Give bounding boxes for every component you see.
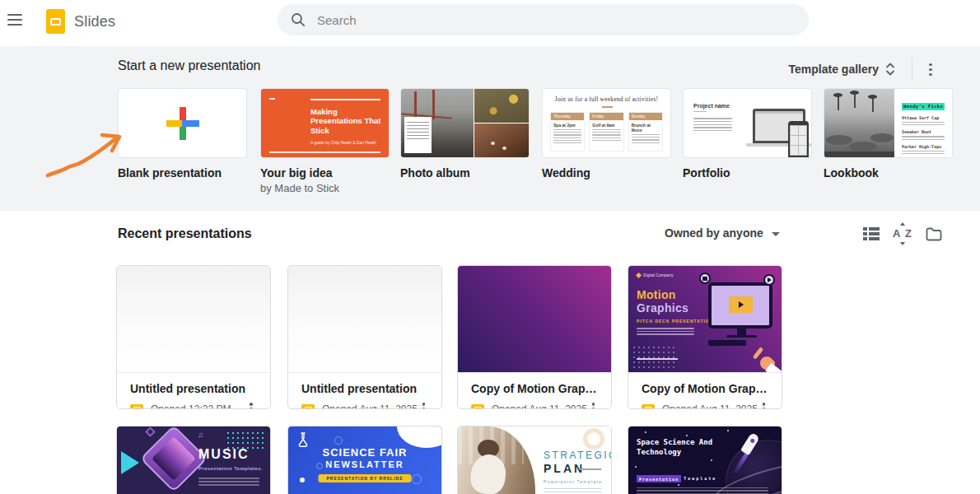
main-menu-icon[interactable] bbox=[7, 14, 22, 26]
recent-card-untitled-2[interactable]: Untitled presentation Opened Aug 11, 202… bbox=[287, 265, 442, 409]
recent-card-motion-graphics-2[interactable]: Digital Company Motion Graphics Pitch De… bbox=[628, 265, 782, 409]
template-your-big-idea[interactable]: Making Presentations That Stick A guide … bbox=[260, 88, 390, 158]
template-label-portfolio[interactable]: Portfolio bbox=[683, 166, 730, 179]
recent-card-science-fair[interactable]: SCIENCE FAIR NEWSLATTER Presentation By … bbox=[287, 426, 442, 494]
slides-home-page: Slides Start a new presentation Template… bbox=[0, 0, 980, 494]
template-label-lookbook[interactable]: Lookbook bbox=[824, 166, 879, 179]
template-label-photo-album[interactable]: Photo album bbox=[400, 166, 470, 179]
pointing-hand-illustration bbox=[754, 348, 778, 373]
template-gallery-button[interactable]: Template gallery bbox=[784, 58, 900, 80]
slides-file-icon bbox=[471, 404, 484, 409]
brand-diamond-icon bbox=[636, 272, 642, 277]
recent-card-untitled-1[interactable]: Untitled presentation Opened 12:22 PM bbox=[116, 265, 271, 409]
recent-card-motion-graphics-1[interactable]: Copy of Motion Graphics ... Opened Aug 1… bbox=[457, 265, 612, 409]
folder-picker-icon[interactable] bbox=[924, 224, 944, 244]
thumbnail-blank-slide bbox=[117, 266, 270, 373]
template-label-your-big-idea[interactable]: Your big idea bbox=[260, 166, 333, 179]
music-note-icon: ♫ bbox=[198, 431, 203, 439]
phone-mockup bbox=[788, 121, 809, 158]
presentation-by-badge: Presentation By RRSLIDE bbox=[318, 474, 411, 482]
slides-file-icon bbox=[642, 404, 655, 409]
template-portfolio[interactable]: Project name bbox=[683, 88, 812, 158]
search-icon bbox=[291, 12, 306, 27]
template-lookbook[interactable]: Wendy's Picks Ottawa Surf Cap Sneaker Bo… bbox=[824, 88, 953, 158]
ownership-filter-label: Owned by anyone bbox=[665, 226, 763, 240]
lookbook-list: Wendy's Picks Ottawa Surf Cap Sneaker Bo… bbox=[894, 89, 952, 157]
template-blank-presentation[interactable] bbox=[118, 88, 247, 158]
thumbnail-strategic-plan: STRATEGIC PLAN Powerpoint Template. bbox=[458, 426, 611, 494]
top-bar: Slides bbox=[0, 0, 980, 46]
template-label-blank[interactable]: Blank presentation bbox=[118, 166, 222, 179]
thumbnail-space-science: Space Science And Technology Presentatio… bbox=[628, 426, 782, 494]
search-bar[interactable] bbox=[278, 4, 809, 35]
recent-card-title: Untitled presentation bbox=[301, 382, 430, 395]
slides-logo-icon[interactable] bbox=[46, 9, 65, 34]
wedding-columns: Thursday Spa at 2pm Friday Golf at 9am S… bbox=[550, 112, 663, 151]
thumbnail-motion-graphics: Digital Company Motion Graphics Pitch De… bbox=[628, 266, 782, 373]
template-photo-album[interactable] bbox=[400, 88, 530, 158]
sort-az-icon[interactable]: AZ bbox=[893, 224, 912, 244]
opened-timestamp: Opened Aug 11, 2025 bbox=[492, 403, 587, 409]
thumb-your-big-idea: Making Presentations That Stick A guide … bbox=[261, 89, 389, 157]
photo-skatepark bbox=[824, 89, 894, 158]
list-view-icon[interactable] bbox=[861, 224, 881, 244]
more-options-icon[interactable] bbox=[758, 402, 770, 409]
photo-bridge bbox=[401, 89, 474, 158]
thumbnail-blank-slide bbox=[288, 266, 441, 373]
slides-file-icon bbox=[130, 404, 143, 409]
recent-card-title: Copy of Motion Graphics ... bbox=[642, 382, 770, 395]
divider bbox=[912, 58, 912, 80]
unfold-more-icon bbox=[885, 62, 895, 77]
template-gallery-label: Template gallery bbox=[789, 63, 879, 76]
more-options-icon[interactable] bbox=[418, 402, 430, 409]
recent-card-space-science[interactable]: Space Science And Technology Presentatio… bbox=[628, 426, 782, 494]
play-triangle-icon bbox=[121, 451, 139, 474]
thumbnail-purple-gradient bbox=[458, 266, 611, 373]
photo-table bbox=[474, 124, 529, 158]
monitor-illustration bbox=[708, 282, 772, 329]
recent-card-title: Untitled presentation bbox=[130, 382, 259, 395]
template-label-wedding[interactable]: Wedding bbox=[542, 166, 590, 179]
app-title: Slides bbox=[74, 13, 115, 30]
slides-file-icon bbox=[301, 404, 315, 409]
play-icon bbox=[739, 301, 744, 308]
opened-timestamp: Opened Aug 11, 2025 bbox=[662, 403, 758, 409]
photo-caption-box bbox=[404, 117, 432, 153]
photo-woman-laptop bbox=[458, 426, 535, 494]
recent-card-music[interactable]: ♫ MUSIC Presentation Templates. bbox=[116, 426, 271, 494]
thumbnail-music: ♫ MUSIC Presentation Templates. bbox=[117, 426, 270, 494]
recent-card-strategic-plan[interactable]: STRATEGIC PLAN Powerpoint Template. bbox=[457, 426, 612, 494]
section-title-start-new: Start a new presentation bbox=[118, 58, 260, 73]
dropdown-arrow-icon bbox=[772, 232, 780, 236]
photo-leaves bbox=[474, 89, 529, 123]
recent-card-title: Copy of Motion Graphics ... bbox=[471, 382, 600, 395]
search-input[interactable] bbox=[317, 13, 762, 27]
more-options-icon[interactable] bbox=[924, 62, 937, 77]
recent-presentations-section: Recent presentations Owned by anyone AZ … bbox=[0, 211, 980, 494]
section-title-recent: Recent presentations bbox=[118, 226, 252, 241]
ownership-filter[interactable]: Owned by anyone bbox=[665, 226, 780, 240]
template-sublabel-made-to-stick: by Made to Stick bbox=[260, 182, 339, 194]
start-new-presentation-section: Start a new presentation Template galler… bbox=[0, 46, 980, 211]
flask-icon bbox=[296, 431, 310, 448]
template-wedding[interactable]: Join us for a full weekend of activities… bbox=[542, 88, 671, 158]
thumbnail-science-fair: SCIENCE FAIR NEWSLATTER Presentation By … bbox=[288, 426, 441, 494]
plus-icon bbox=[166, 107, 199, 140]
clapperboard-badge-icon bbox=[699, 273, 711, 284]
opened-timestamp: Opened Aug 11, 2025 bbox=[322, 403, 418, 409]
play-badge-icon bbox=[763, 274, 775, 286]
opened-timestamp: Opened 12:22 PM bbox=[151, 403, 231, 409]
more-options-icon[interactable] bbox=[244, 402, 259, 409]
more-options-icon[interactable] bbox=[587, 402, 600, 409]
